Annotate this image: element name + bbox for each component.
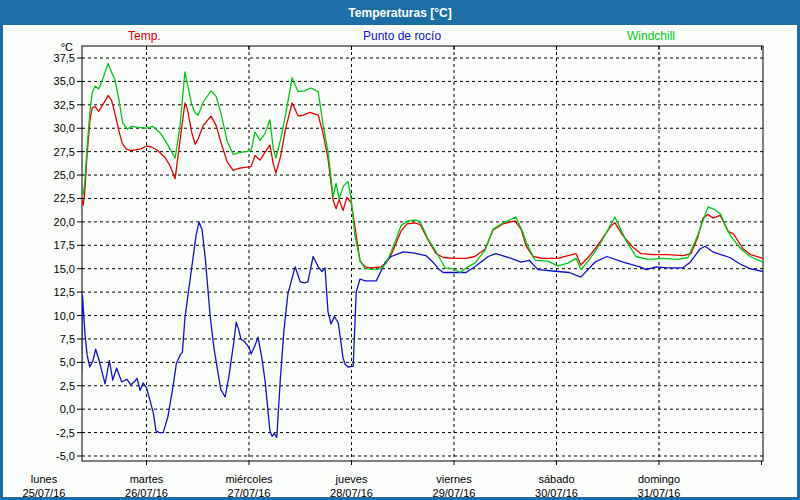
wind-series-line: [82, 64, 763, 273]
x-day-name-label: miércoles: [225, 473, 273, 485]
x-day-name-label: jueves: [335, 473, 368, 485]
x-day-date-label: 30/07/16: [535, 487, 578, 499]
x-day-date-label: 26/07/16: [125, 487, 168, 499]
x-day-date-label: 29/07/16: [433, 487, 476, 499]
x-day-name-label: sábado: [538, 473, 574, 485]
x-day-date-label: 25/07/16: [23, 487, 66, 499]
y-tick-label: 37,5: [54, 52, 75, 64]
x-day-date-label: 31/07/16: [638, 487, 681, 499]
temp-series-line: [82, 96, 763, 268]
y-tick-label: 10,0: [54, 310, 75, 322]
y-tick-label: 22,5: [54, 192, 75, 204]
x-day-name-label: martes: [130, 473, 164, 485]
weather-chart-window: Temperaturas [°C] Temp. Punto de rocío W…: [0, 0, 800, 500]
x-day-date-label: 28/07/16: [330, 487, 373, 499]
y-tick-label: 5,0: [60, 356, 75, 368]
y-tick-label: 2,5: [60, 380, 75, 392]
temperature-chart-canvas: 37,535,032,530,027,525,022,520,017,515,0…: [3, 3, 800, 500]
y-tick-label: 12,5: [54, 286, 75, 298]
y-tick-label: -2,5: [56, 427, 75, 439]
y-tick-label: 30,0: [54, 122, 75, 134]
y-tick-label: 7,5: [60, 333, 75, 345]
x-day-date-label: 27/07/16: [228, 487, 271, 499]
y-tick-label: 17,5: [54, 239, 75, 251]
y-tick-label: 35,0: [54, 75, 75, 87]
y-tick-label: 20,0: [54, 216, 75, 228]
y-tick-label: 27,5: [54, 146, 75, 158]
x-day-name-label: lunes: [31, 473, 58, 485]
y-tick-label: 0,0: [60, 403, 75, 415]
x-day-name-label: domingo: [638, 473, 680, 485]
x-day-name-label: viernes: [436, 473, 472, 485]
y-tick-label: 32,5: [54, 99, 75, 111]
y-tick-label: 25,0: [54, 169, 75, 181]
y-axis-unit-label: °C: [61, 41, 73, 53]
y-tick-label: 15,0: [54, 263, 75, 275]
y-tick-label: -5,0: [56, 450, 75, 462]
